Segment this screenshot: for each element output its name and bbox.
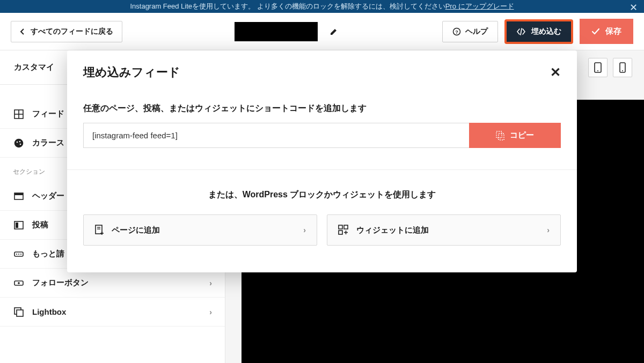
- chevron-right-icon: ›: [303, 226, 306, 234]
- svg-rect-34: [344, 225, 348, 229]
- copy-button[interactable]: コピー: [469, 123, 561, 148]
- page-plus-icon: [94, 225, 104, 235]
- add-to-page-button[interactable]: ページに追加 ›: [83, 214, 317, 246]
- alt-options-row: ページに追加 › ウィジェットに追加 ›: [83, 214, 561, 246]
- shortcode-row: コピー: [83, 123, 561, 148]
- add-to-widget-button[interactable]: ウィジェットに追加 ›: [327, 214, 561, 246]
- modal-title: 埋め込みフィード: [83, 64, 180, 80]
- close-icon: ✕: [550, 65, 561, 79]
- svg-rect-26: [496, 131, 502, 138]
- modal-shortcode-section: 任意のページ、投稿、またはウィジェットにショートコードを追加します コピー: [67, 84, 577, 170]
- add-to-page-label: ページに追加: [112, 225, 160, 235]
- shortcode-input[interactable]: [83, 123, 469, 148]
- chevron-right-icon: ›: [547, 226, 550, 234]
- modal-overlay: 埋め込みフィード ✕ 任意のページ、投稿、またはウィジェットにショートコードを追…: [0, 0, 644, 363]
- svg-rect-28: [96, 225, 102, 234]
- embed-modal: 埋め込みフィード ✕ 任意のページ、投稿、またはウィジェットにショートコードを追…: [67, 50, 577, 272]
- add-to-widget-label: ウィジェットに追加: [356, 225, 429, 235]
- modal-alt-section: または、WordPress ブロックかウィジェットを使用します ページに追加 ›…: [67, 170, 577, 272]
- modal-close-button[interactable]: ✕: [550, 65, 561, 80]
- svg-rect-27: [499, 134, 504, 140]
- svg-rect-35: [339, 231, 342, 234]
- copy-icon: [496, 131, 504, 140]
- copy-button-label: コピー: [510, 130, 534, 140]
- modal-header: 埋め込みフィード ✕: [67, 50, 577, 84]
- svg-rect-33: [339, 225, 342, 229]
- alt-heading: または、WordPress ブロックかウィジェットを使用します: [83, 189, 561, 201]
- widget-plus-icon: [338, 225, 349, 235]
- shortcode-heading: 任意のページ、投稿、またはウィジェットにショートコードを追加します: [83, 103, 561, 114]
